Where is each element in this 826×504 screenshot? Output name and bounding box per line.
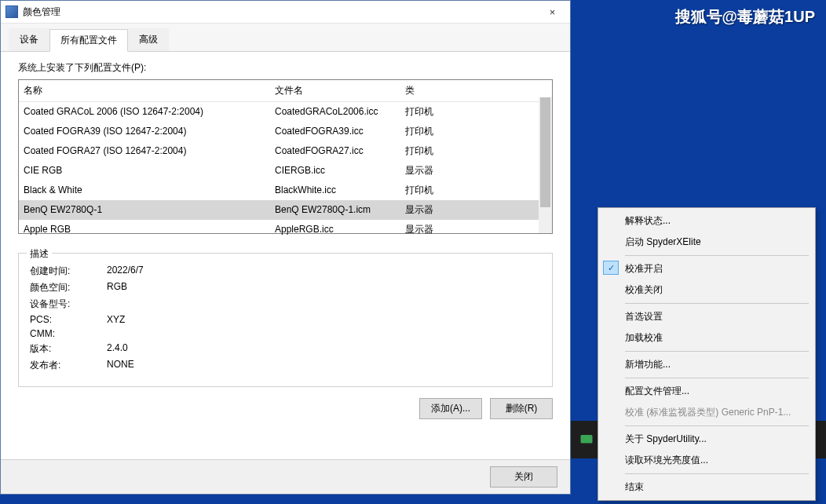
version-label: 版本: <box>30 342 107 356</box>
menu-item-label: 解释状态... <box>625 215 671 226</box>
tray-context-menu: 解释状态...启动 SpyderXElite✓校准开启校准关闭首选设置加载校准新… <box>598 207 816 501</box>
menu-item-label: 新增功能... <box>625 359 671 370</box>
cell-name: Coated FOGRA27 (ISO 12647-2:2004) <box>19 141 270 161</box>
description-legend: 描述 <box>27 247 52 261</box>
table-header: 名称 文件名 类 <box>19 80 552 102</box>
watermark-text: 搜狐号@毒蘑菇1UP <box>675 6 815 27</box>
menu-item[interactable]: 校准关闭 <box>598 279 815 301</box>
table-body: Coated GRACoL 2006 (ISO 12647-2:2004)Coa… <box>19 102 552 237</box>
menu-item-label: 结束 <box>625 481 644 492</box>
table-row[interactable]: Black & WhiteBlackWhite.icc打印机 <box>19 181 552 200</box>
publisher-value: NONE <box>107 359 134 372</box>
tab-advanced[interactable]: 高级 <box>128 28 169 51</box>
col-name[interactable]: 名称 <box>19 82 270 99</box>
menu-item-label: 配置文件管理... <box>625 385 689 396</box>
menu-separator <box>625 425 809 426</box>
table-row[interactable]: BenQ EW2780Q-1BenQ EW2780Q-1.icm显示器 <box>19 200 552 220</box>
created-label: 创建时间: <box>30 265 107 278</box>
app-icon <box>5 5 18 18</box>
menu-item-label: 启动 SpyderXElite <box>625 236 701 247</box>
check-icon: ✓ <box>603 261 619 275</box>
cell-class: 显示器 <box>400 200 518 220</box>
cell-class: 打印机 <box>400 122 518 141</box>
menu-separator <box>625 378 809 378</box>
menu-item[interactable]: 结束 <box>598 477 815 498</box>
publisher-label: 发布者: <box>30 359 107 372</box>
cell-name: Coated FOGRA39 (ISO 12647-2:2004) <box>19 122 270 141</box>
menu-separator <box>625 255 809 256</box>
tab-strip: 设备 所有配置文件 高级 <box>1 24 570 52</box>
svg-rect-0 <box>581 435 593 444</box>
tab-content: 系统上安装了下列配置文件(P): 名称 文件名 类 Coated GRACoL … <box>1 52 570 459</box>
cell-filename: CoatedFOGRA27.icc <box>270 141 400 161</box>
tab-device[interactable]: 设备 <box>9 28 49 51</box>
table-row[interactable]: Coated FOGRA39 (ISO 12647-2:2004)CoatedF… <box>19 122 552 141</box>
scrollbar-thumb[interactable] <box>540 97 550 207</box>
cell-filename: CoatedFOGRA39.icc <box>270 122 400 141</box>
tab-all-profiles[interactable]: 所有配置文件 <box>49 29 128 52</box>
cell-name: Apple RGB <box>19 220 270 237</box>
menu-item[interactable]: 解释状态... <box>598 210 815 232</box>
menu-separator <box>625 473 809 474</box>
tray-icon-1[interactable] <box>576 429 598 451</box>
menu-item[interactable]: 读取环境光亮度值... <box>598 450 815 471</box>
cell-class: 显示器 <box>400 220 518 237</box>
cell-filename: BlackWhite.icc <box>270 181 400 200</box>
cell-name: BenQ EW2780Q-1 <box>19 200 270 220</box>
buttons-row: 添加(A)... 删除(R) <box>18 398 553 419</box>
menu-item[interactable]: 加载校准 <box>598 327 815 349</box>
menu-item[interactable]: 新增功能... <box>598 354 815 375</box>
col-class[interactable]: 类 <box>400 82 518 99</box>
menu-item[interactable]: 关于 SpyderUtility... <box>598 429 815 450</box>
table-row[interactable]: CIE RGBCIERGB.icc显示器 <box>19 161 552 181</box>
add-button[interactable]: 添加(A)... <box>419 398 482 419</box>
model-label: 设备型号: <box>30 298 107 311</box>
menu-separator <box>625 303 809 304</box>
vertical-scrollbar[interactable] <box>539 97 552 233</box>
pcs-label: PCS: <box>30 314 107 325</box>
cmm-label: CMM: <box>30 328 107 339</box>
menu-item-label: 校准开启 <box>625 263 663 274</box>
cell-name: CIE RGB <box>19 161 270 181</box>
colorspace-label: 颜色空间: <box>30 281 107 294</box>
titlebar: 颜色管理 × <box>1 1 570 24</box>
menu-separator <box>625 351 809 352</box>
cell-class: 打印机 <box>400 141 518 161</box>
profiles-table: 名称 文件名 类 Coated GRACoL 2006 (ISO 12647-2… <box>18 79 553 234</box>
version-value: 2.4.0 <box>107 342 128 356</box>
remove-button[interactable]: 删除(R) <box>490 398 553 419</box>
menu-item[interactable]: 启动 SpyderXElite <box>598 232 815 253</box>
cell-filename: CoatedGRACoL2006.icc <box>270 102 400 122</box>
cell-filename: AppleRGB.icc <box>270 220 400 237</box>
cell-class: 打印机 <box>400 102 518 122</box>
cell-name: Black & White <box>19 181 270 200</box>
cell-filename: CIERGB.icc <box>270 161 400 181</box>
col-filename[interactable]: 文件名 <box>270 82 400 99</box>
menu-item-label: 读取环境光亮度值... <box>625 455 708 466</box>
menu-item-label: 关于 SpyderUtility... <box>625 433 707 444</box>
colorspace-value: RGB <box>107 281 127 294</box>
menu-item: 校准 (标准监视器类型) Generic PnP-1... <box>598 402 815 423</box>
table-row[interactable]: Coated FOGRA27 (ISO 12647-2:2004)CoatedF… <box>19 141 552 161</box>
table-row[interactable]: Apple RGBAppleRGB.icc显示器 <box>19 220 552 237</box>
app-tray-icon <box>579 433 594 447</box>
close-button[interactable]: × <box>535 1 570 23</box>
cell-class: 打印机 <box>400 181 518 200</box>
menu-item[interactable]: ✓校准开启 <box>598 258 815 279</box>
menu-item[interactable]: 配置文件管理... <box>598 381 815 402</box>
close-dialog-button[interactable]: 关闭 <box>490 466 557 488</box>
pcs-value: XYZ <box>107 314 125 325</box>
cell-name: Coated GRACoL 2006 (ISO 12647-2:2004) <box>19 102 270 122</box>
dialog-footer: 关闭 <box>1 459 570 494</box>
created-value: 2022/6/7 <box>107 265 144 278</box>
cell-filename: BenQ EW2780Q-1.icm <box>270 200 400 220</box>
table-row[interactable]: Coated GRACoL 2006 (ISO 12647-2:2004)Coa… <box>19 102 552 122</box>
window-title: 颜色管理 <box>23 5 60 19</box>
menu-item-label: 校准 (标准监视器类型) Generic PnP-1... <box>625 407 791 418</box>
color-management-window: 颜色管理 × 设备 所有配置文件 高级 系统上安装了下列配置文件(P): 名称 … <box>0 0 571 495</box>
menu-item[interactable]: 首选设置 <box>598 306 815 327</box>
profiles-label: 系统上安装了下列配置文件(P): <box>18 61 553 75</box>
cell-class: 显示器 <box>400 161 518 181</box>
menu-item-label: 首选设置 <box>625 311 663 322</box>
menu-item-label: 校准关闭 <box>625 284 663 295</box>
